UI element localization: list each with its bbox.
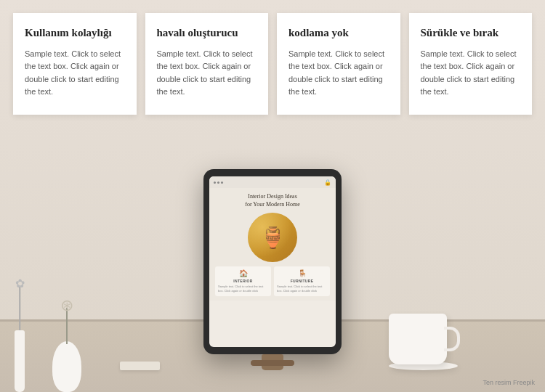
attribution-link[interactable]: Freepik [513,379,535,386]
decorations [15,330,81,392]
tablet-dot-3 [221,181,223,184]
card-drag-drop[interactable]: Sürükle ve bırak Sample text. Click to s… [409,13,533,115]
card-no-coding[interactable]: kodlama yok Sample text. Click to select… [277,13,400,115]
tablet-dot-2 [217,181,219,184]
desk-book [120,362,160,370]
tablet-mini-card-interior: 🏠 INTERIOR Sample text. Click to select … [215,266,271,295]
coffee-cup [389,314,447,364]
attribution-prefix: Ten resim [483,379,511,386]
cards-row: Kullanım kolaylığı Sample text. Click to… [13,13,532,115]
furniture-icon: 🪑 [277,269,327,277]
tablet-wrapper: 🔒 Interior Design Ideas for Your Modern … [203,169,342,370]
tablet-bottom-cards: 🏠 INTERIOR Sample text. Click to select … [215,266,330,295]
attribution: Ten resim Freepik [483,379,535,386]
tablet-device: 🔒 Interior Design Ideas for Your Modern … [203,169,342,354]
cup-wrapper [389,314,458,370]
tablet-stand [262,354,283,370]
tablet-heading: Interior Design Ideas for Your Modern Ho… [215,192,330,208]
tablet-screen: 🔒 Interior Design Ideas for Your Modern … [209,176,336,347]
tablet-dot-1 [214,181,216,184]
tablet-heading-line2: for Your Modern Home [245,201,300,208]
tablet-dots [214,181,223,184]
card-4-title: Sürükle ve bırak [421,26,521,41]
card-cool-builder[interactable]: havalı oluşturucu Sample text. Click to … [145,13,269,115]
card-1-body: Sample text. Click to select the text bo… [25,48,125,99]
interior-icon: 🏠 [218,269,268,277]
tablet-heading-line1: Interior Design Ideas [248,193,297,200]
card-3-body: Sample text. Click to select the text bo… [288,48,389,99]
furniture-text: Sample text. Click to select the text bo… [277,285,327,293]
card-ease-of-use[interactable]: Kullanım kolaylığı Sample text. Click to… [13,13,137,115]
tablet-mini-card-furniture: 🪑 FURNITURE Sample text. Click to select… [274,266,330,295]
card-2-body: Sample text. Click to select the text bo… [157,48,257,99]
tablet-content: Interior Design Ideas for Your Modern Ho… [209,188,336,301]
card-1-title: Kullanım kolaylığı [25,26,125,41]
vase-round [52,341,81,392]
tablet-topbar: 🔒 [209,176,336,188]
furniture-label: FURNITURE [277,279,327,283]
vase-thin [15,330,25,392]
card-3-title: kodlama yok [288,26,389,41]
interior-label: INTERIOR [218,279,268,283]
card-4-body: Sample text. Click to select the text bo… [421,48,521,99]
tablet-hero-image: 🏺 [248,213,297,262]
vase-icon: 🏺 [260,226,286,250]
card-2-title: havalı oluşturucu [157,26,257,41]
interior-text: Sample text. Click to select the text bo… [218,285,268,293]
tablet-lock-icon: 🔒 [324,179,331,186]
